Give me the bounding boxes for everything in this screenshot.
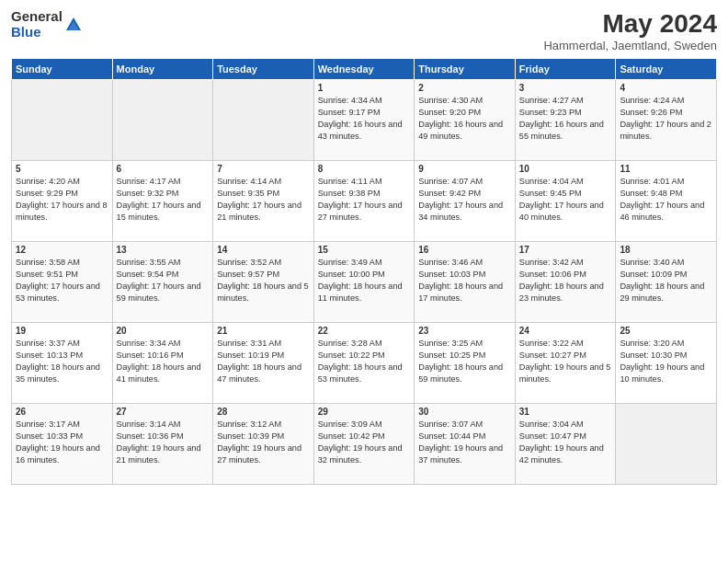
calendar-cell: 24Sunrise: 3:22 AM Sunset: 10:27 PM Dayl… (515, 323, 616, 404)
calendar-cell: 27Sunrise: 3:14 AM Sunset: 10:36 PM Dayl… (112, 404, 213, 485)
day-info: Sunrise: 4:34 AM Sunset: 9:17 PM Dayligh… (318, 95, 411, 143)
day-info: Sunrise: 4:14 AM Sunset: 9:35 PM Dayligh… (217, 176, 310, 224)
day-info: Sunrise: 3:20 AM Sunset: 10:30 PM Daylig… (620, 338, 712, 385)
day-info: Sunrise: 3:09 AM Sunset: 10:42 PM Daylig… (318, 419, 411, 466)
day-number: 26 (16, 407, 108, 417)
day-number: 11 (620, 164, 712, 174)
day-info: Sunrise: 3:58 AM Sunset: 9:51 PM Dayligh… (16, 257, 108, 304)
calendar-cell: 18Sunrise: 3:40 AM Sunset: 10:09 PM Dayl… (616, 242, 717, 323)
day-info: Sunrise: 4:20 AM Sunset: 9:29 PM Dayligh… (16, 176, 108, 224)
column-header-saturday: Saturday (616, 59, 717, 80)
calendar-cell (112, 80, 213, 161)
logo-blue-text: Blue (11, 25, 63, 40)
calendar-cell: 7Sunrise: 4:14 AM Sunset: 9:35 PM Daylig… (213, 161, 314, 242)
day-info: Sunrise: 3:25 AM Sunset: 10:25 PM Daylig… (418, 338, 511, 385)
calendar-cell: 23Sunrise: 3:25 AM Sunset: 10:25 PM Dayl… (415, 323, 516, 404)
week-row-1: 1Sunrise: 4:34 AM Sunset: 9:17 PM Daylig… (12, 80, 717, 161)
day-number: 12 (16, 245, 108, 255)
day-info: Sunrise: 3:22 AM Sunset: 10:27 PM Daylig… (519, 338, 612, 385)
calendar-cell: 10Sunrise: 4:04 AM Sunset: 9:45 PM Dayli… (515, 161, 616, 242)
day-info: Sunrise: 3:28 AM Sunset: 10:22 PM Daylig… (318, 338, 411, 385)
day-info: Sunrise: 3:12 AM Sunset: 10:39 PM Daylig… (217, 419, 310, 466)
day-number: 16 (418, 245, 511, 255)
main-title: May 2024 (543, 9, 717, 39)
calendar-cell: 20Sunrise: 3:34 AM Sunset: 10:16 PM Dayl… (112, 323, 213, 404)
day-number: 22 (318, 326, 411, 336)
day-info: Sunrise: 4:01 AM Sunset: 9:48 PM Dayligh… (620, 176, 712, 224)
day-info: Sunrise: 3:55 AM Sunset: 9:54 PM Dayligh… (117, 257, 210, 304)
day-number: 15 (318, 245, 411, 255)
day-number: 28 (217, 407, 310, 417)
day-info: Sunrise: 3:40 AM Sunset: 10:09 PM Daylig… (620, 257, 712, 304)
calendar-cell (12, 80, 113, 161)
week-row-4: 19Sunrise: 3:37 AM Sunset: 10:13 PM Dayl… (12, 323, 717, 404)
title-block: May 2024 Hammerdal, Jaemtland, Sweden (543, 9, 717, 52)
calendar-cell: 9Sunrise: 4:07 AM Sunset: 9:42 PM Daylig… (415, 161, 516, 242)
week-row-3: 12Sunrise: 3:58 AM Sunset: 9:51 PM Dayli… (12, 242, 717, 323)
calendar-cell: 2Sunrise: 4:30 AM Sunset: 9:20 PM Daylig… (415, 80, 516, 161)
calendar-cell (213, 80, 314, 161)
day-info: Sunrise: 4:24 AM Sunset: 9:26 PM Dayligh… (620, 95, 712, 143)
calendar-cell: 14Sunrise: 3:52 AM Sunset: 9:57 PM Dayli… (213, 242, 314, 323)
calendar-cell: 8Sunrise: 4:11 AM Sunset: 9:38 PM Daylig… (313, 161, 415, 242)
day-number: 14 (217, 245, 310, 255)
calendar-cell: 3Sunrise: 4:27 AM Sunset: 9:23 PM Daylig… (515, 80, 616, 161)
column-header-thursday: Thursday (415, 59, 516, 80)
day-info: Sunrise: 3:52 AM Sunset: 9:57 PM Dayligh… (217, 257, 310, 304)
calendar-cell: 11Sunrise: 4:01 AM Sunset: 9:48 PM Dayli… (616, 161, 717, 242)
day-number: 30 (418, 407, 511, 417)
day-number: 27 (117, 407, 210, 417)
calendar-table: SundayMondayTuesdayWednesdayThursdayFrid… (11, 58, 717, 485)
calendar-cell: 30Sunrise: 3:07 AM Sunset: 10:44 PM Dayl… (415, 404, 516, 485)
day-number: 9 (418, 164, 511, 174)
column-header-friday: Friday (515, 59, 616, 80)
calendar-header-row: SundayMondayTuesdayWednesdayThursdayFrid… (12, 59, 717, 80)
calendar-cell: 4Sunrise: 4:24 AM Sunset: 9:26 PM Daylig… (616, 80, 717, 161)
day-number: 23 (418, 326, 511, 336)
column-header-sunday: Sunday (12, 59, 113, 80)
calendar-cell: 19Sunrise: 3:37 AM Sunset: 10:13 PM Dayl… (12, 323, 113, 404)
day-number: 24 (519, 326, 612, 336)
day-info: Sunrise: 4:07 AM Sunset: 9:42 PM Dayligh… (418, 176, 511, 224)
day-info: Sunrise: 3:34 AM Sunset: 10:16 PM Daylig… (117, 338, 210, 385)
calendar-cell: 29Sunrise: 3:09 AM Sunset: 10:42 PM Dayl… (313, 404, 415, 485)
day-info: Sunrise: 3:37 AM Sunset: 10:13 PM Daylig… (16, 338, 108, 385)
day-info: Sunrise: 4:27 AM Sunset: 9:23 PM Dayligh… (519, 95, 612, 143)
calendar-cell: 1Sunrise: 4:34 AM Sunset: 9:17 PM Daylig… (313, 80, 415, 161)
day-number: 19 (16, 326, 108, 336)
day-number: 17 (519, 245, 612, 255)
day-number: 1 (318, 83, 411, 93)
day-number: 5 (16, 164, 108, 174)
day-number: 8 (318, 164, 411, 174)
day-info: Sunrise: 4:17 AM Sunset: 9:32 PM Dayligh… (117, 176, 210, 224)
logo-general-text: General (11, 9, 63, 25)
column-header-wednesday: Wednesday (313, 59, 415, 80)
calendar-cell: 5Sunrise: 4:20 AM Sunset: 9:29 PM Daylig… (12, 161, 113, 242)
column-header-tuesday: Tuesday (213, 59, 314, 80)
day-number: 29 (318, 407, 411, 417)
calendar-cell: 26Sunrise: 3:17 AM Sunset: 10:33 PM Dayl… (12, 404, 113, 485)
day-info: Sunrise: 3:07 AM Sunset: 10:44 PM Daylig… (418, 419, 511, 466)
calendar-cell (616, 404, 717, 485)
day-info: Sunrise: 3:49 AM Sunset: 10:00 PM Daylig… (318, 257, 411, 304)
day-info: Sunrise: 4:11 AM Sunset: 9:38 PM Dayligh… (318, 176, 411, 224)
week-row-5: 26Sunrise: 3:17 AM Sunset: 10:33 PM Dayl… (12, 404, 717, 485)
day-number: 2 (418, 83, 511, 93)
calendar-cell: 28Sunrise: 3:12 AM Sunset: 10:39 PM Dayl… (213, 404, 314, 485)
calendar-cell: 17Sunrise: 3:42 AM Sunset: 10:06 PM Dayl… (515, 242, 616, 323)
day-number: 7 (217, 164, 310, 174)
calendar-cell: 15Sunrise: 3:49 AM Sunset: 10:00 PM Dayl… (313, 242, 415, 323)
calendar-cell: 22Sunrise: 3:28 AM Sunset: 10:22 PM Dayl… (313, 323, 415, 404)
day-number: 20 (117, 326, 210, 336)
day-number: 13 (117, 245, 210, 255)
day-info: Sunrise: 3:17 AM Sunset: 10:33 PM Daylig… (16, 419, 108, 466)
calendar-cell: 16Sunrise: 3:46 AM Sunset: 10:03 PM Dayl… (415, 242, 516, 323)
calendar-cell: 21Sunrise: 3:31 AM Sunset: 10:19 PM Dayl… (213, 323, 314, 404)
day-number: 10 (519, 164, 612, 174)
day-info: Sunrise: 4:30 AM Sunset: 9:20 PM Dayligh… (418, 95, 511, 143)
page-header: General Blue May 2024 Hammerdal, Jaemtla… (11, 9, 717, 52)
day-number: 6 (117, 164, 210, 174)
column-header-monday: Monday (112, 59, 213, 80)
day-number: 4 (620, 83, 712, 93)
subtitle: Hammerdal, Jaemtland, Sweden (543, 39, 717, 52)
